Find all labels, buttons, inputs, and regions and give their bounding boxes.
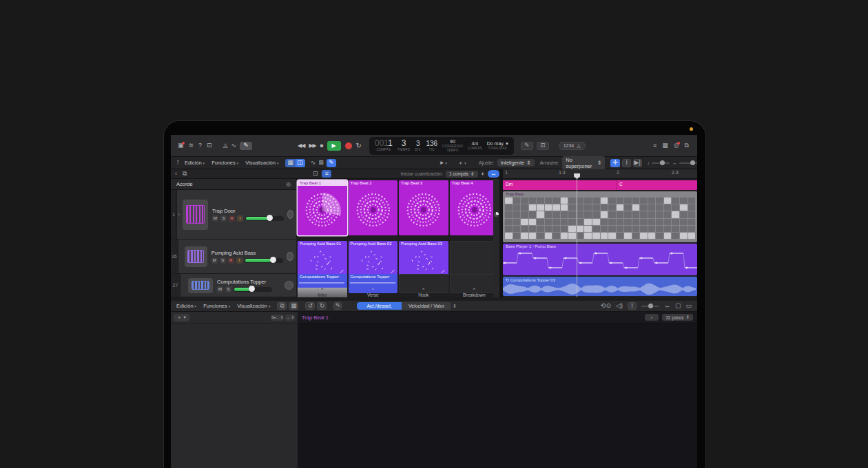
midi-in-icon[interactable]: ⊡ [537, 142, 549, 150]
se-menu-funciones[interactable]: Funciones▾ [203, 303, 230, 309]
loop-cell[interactable]: Pumping Acid Bass 01 [298, 241, 347, 278]
solo-button[interactable]: S [220, 215, 227, 222]
arrow-selector[interactable]: → ⇕ [285, 315, 295, 321]
half-circle-icon[interactable]: ◐ [482, 171, 485, 177]
kit-icon[interactable]: ▦ [289, 302, 298, 310]
redo-icon[interactable]: ↻ [317, 302, 327, 310]
region-trap-beat[interactable]: Trap Beat [503, 191, 697, 242]
add-row-button[interactable]: ＋▾ [174, 314, 189, 321]
quantize-dropdown[interactable]: 1 compás⇕ [446, 171, 478, 178]
text-tool-icon[interactable]: I [622, 159, 631, 167]
edit-mode-switch[interactable]: Act./desact. Velocidad / Valor [357, 302, 451, 310]
mode-onoff[interactable]: Act./desact. [357, 302, 402, 310]
sound-selector[interactable]: Se... ⇕ [271, 315, 284, 321]
mixer-icon[interactable]: ▦ [662, 142, 668, 149]
lcd-display[interactable]: 0011COMPÁS 3TIEMPO 3DIV. 136TIC 90CONSER… [369, 137, 514, 155]
scene-trigger[interactable]: ⌃Breakdown [450, 288, 499, 297]
ajuste-dropdown[interactable]: Inteligente⇕ [497, 159, 535, 167]
pointer-tool[interactable]: ➤▾ [440, 160, 447, 166]
pattern-browser-icon[interactable]: ⧉ [277, 302, 287, 310]
pan-knob[interactable] [287, 252, 293, 261]
solo-button[interactable]: S [225, 286, 231, 292]
forward-button[interactable]: ▶▶ [309, 142, 316, 149]
brush-icon[interactable]: ✎ [240, 142, 252, 150]
loop-browser-icon[interactable]: ◎ [674, 142, 679, 149]
stop-button[interactable]: ■ [320, 142, 323, 149]
gear-icon[interactable]: ◎ [286, 182, 291, 187]
tuner-icon[interactable]: ◬ [223, 142, 228, 150]
menu-funciones[interactable]: Funciones▾ [211, 160, 238, 166]
horizontal-zoom-slider[interactable]: ↔ [672, 160, 697, 165]
loop-cell[interactable]: Trap Beat 1 [298, 180, 347, 235]
library-icon[interactable]: ≋ [189, 142, 194, 149]
metronome-icon[interactable]: △ [577, 143, 580, 149]
se-menu-edicion[interactable]: Edición▾ [176, 303, 196, 309]
volume-slider[interactable] [245, 258, 283, 263]
link-icon[interactable]: ⤴ [176, 160, 179, 166]
solo-button[interactable]: S [220, 257, 226, 264]
back-icon[interactable]: ‹ [175, 171, 177, 177]
tool-blue-icon[interactable]: ✎ [327, 159, 336, 167]
disclosure-icon[interactable]: › [177, 212, 180, 217]
arrastre-dropdown[interactable]: No superponer⇕ [562, 156, 605, 170]
play-button[interactable]: ▶ [327, 141, 341, 151]
scene-trigger[interactable]: ⌃Hook [399, 288, 448, 297]
panel-icon[interactable]: ⊡ [313, 171, 318, 177]
input-monitor-button[interactable]: I [237, 215, 243, 222]
project-icon[interactable]: ▣ [178, 142, 184, 149]
se-menu-visualizacion[interactable]: Visualización▾ [237, 303, 270, 309]
loop-cell[interactable]: Trap Beat 3 [399, 180, 448, 235]
volume-slider[interactable] [234, 287, 272, 292]
scene-trigger[interactable]: ⌃Intro [298, 288, 347, 297]
mute-button[interactable]: M [217, 286, 223, 292]
count-in-badge[interactable]: 1234 △ [559, 142, 586, 150]
midi-capture-icon[interactable]: ⟲⊙ [601, 303, 611, 309]
mode-velocity[interactable]: Velocidad / Valor [402, 302, 451, 310]
region-pump-bass[interactable]: Bass Player 1 - Pump Bass [503, 244, 697, 275]
mute-button[interactable]: M [212, 215, 218, 222]
list-editors-icon[interactable]: ≡ [653, 142, 657, 149]
mode-stepper-icon[interactable]: ⇕ [453, 304, 457, 308]
vertical-zoom-slider[interactable]: ↕ [648, 160, 670, 165]
divider-toggle-icon[interactable]: ↔ [488, 170, 499, 178]
pencil-tool-icon[interactable]: ✎ [521, 142, 533, 150]
track-header[interactable]: 26Pumping Acid BassMSRI [171, 240, 296, 274]
record-enable-button[interactable]: R [228, 257, 234, 264]
automation-icon[interactable]: ∿ [311, 160, 316, 166]
loop-cell[interactable]: Pumping Acid Bass 03 [399, 241, 448, 278]
copy-icon[interactable]: ⧉ [183, 171, 187, 177]
secondary-tool[interactable]: ＋▾ [458, 160, 466, 167]
grid-view-icon[interactable]: ▦ [285, 159, 295, 167]
scene-trigger[interactable]: ⌃Verse [349, 288, 398, 297]
chord-region[interactable]: Dm [503, 180, 617, 190]
speaker-icon[interactable]: ◁) [616, 303, 623, 309]
quick-help-icon[interactable]: ? [198, 142, 202, 149]
cell-zoom-slider[interactable] [641, 306, 659, 307]
pan-knob[interactable] [285, 281, 293, 290]
loop-cell[interactable]: Pumping Acid Bass 02 [349, 241, 398, 278]
region-audio-topper[interactable]: ↻ Computations Topper 03 [503, 277, 697, 296]
catch-playhead-icon[interactable]: ✛ [610, 159, 620, 167]
grid-settings-icon[interactable]: ≡ [322, 170, 331, 178]
loop-cell[interactable]: Trap Beat 2 [349, 180, 398, 235]
cycle-button[interactable]: ↻ [356, 142, 361, 149]
rewind-button[interactable]: ◀◀ [298, 142, 304, 149]
loop-cell[interactable]: Trap Beat 4 [450, 180, 499, 235]
record-button[interactable] [345, 142, 352, 149]
timeline-ruler[interactable]: 1 1.3 2 2.3 [503, 169, 697, 179]
input-monitor-button[interactable]: I [236, 257, 242, 264]
track-header[interactable]: 1›Trap DoorMSRI [171, 190, 296, 240]
steps-count-dropdown[interactable]: 32 pasos⇕ [662, 314, 693, 321]
undo-icon[interactable]: ↺ [305, 302, 315, 310]
step-input-icon[interactable]: ▶| [633, 159, 642, 167]
menu-visualizacion[interactable]: Visualización▾ [245, 160, 278, 166]
hzoom-icon[interactable]: ↔ [664, 303, 670, 309]
pan-knob[interactable] [287, 210, 293, 219]
tracks-view-icon[interactable]: ◫ [296, 159, 305, 167]
cross-icon[interactable]: ⊠ [318, 160, 324, 166]
track-header[interactable]: 27Computations TopperMS [171, 274, 296, 297]
media-browser-icon[interactable]: ⧉ [685, 142, 689, 149]
pencil-mode-icon[interactable]: ✎ [333, 302, 342, 310]
magnifier-icon[interactable]: ⌕ [645, 314, 659, 321]
record-enable-button[interactable]: R [229, 215, 235, 222]
